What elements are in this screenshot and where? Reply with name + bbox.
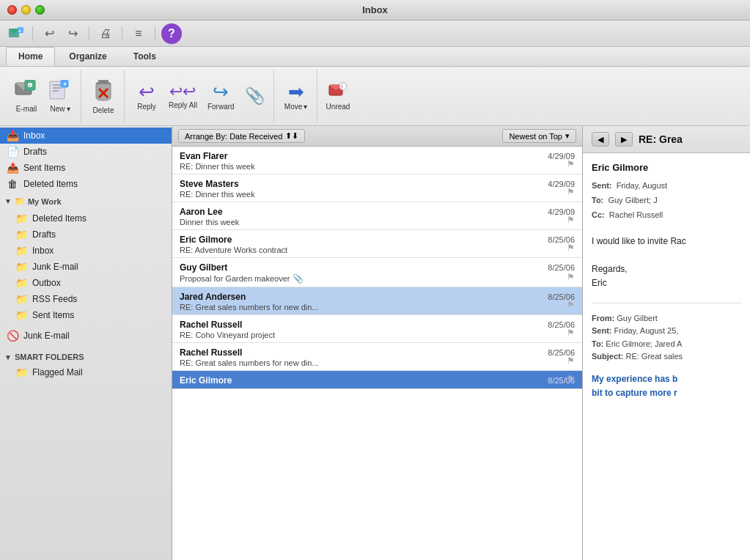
mywork-section: 📁 Deleted Items 📁 Drafts 📁 Inbox 📁 Junk …: [0, 209, 172, 325]
flagged-icon: 📁: [15, 366, 28, 378]
email-item[interactable]: Steve Masters 4/29/09 RE: Dinner this we…: [172, 174, 582, 202]
unread-ribbon-btn[interactable]: ! Unread: [323, 81, 353, 112]
sidebar-item-mw-junk[interactable]: 📁 Junk E-mail: [0, 259, 172, 275]
sidebar-item-mw-deleted[interactable]: 📁 Deleted Items: [0, 210, 172, 226]
tab-home[interactable]: Home: [6, 47, 55, 66]
sidebar-item-inbox[interactable]: 📥 Inbox: [0, 128, 172, 144]
delete-items: Delete: [87, 71, 120, 121]
delete-icon: [92, 78, 115, 105]
reply-ribbon-btn[interactable]: ↩ Reply: [130, 81, 163, 112]
view-button[interactable]: ≡: [128, 23, 149, 44]
sidebar-item-flagged[interactable]: 📁 Flagged Mail: [0, 364, 172, 380]
sidebar-item-mw-rss[interactable]: 📁 RSS Feeds: [0, 291, 172, 307]
junk-label: Junk E-mail: [23, 331, 70, 341]
sort-order-button[interactable]: Newest on Top ▾: [502, 129, 576, 143]
preview-header: ◀ ▶ RE: Grea: [583, 126, 750, 153]
help-button[interactable]: ?: [161, 23, 182, 44]
flag-icon: ⚑: [567, 159, 575, 169]
email-ribbon-btn[interactable]: + E-mail: [10, 78, 43, 114]
email-item[interactable]: Rachel Russell 8/25/06 RE: Coho Vineyard…: [172, 315, 582, 343]
print-button[interactable]: 🖨: [95, 23, 116, 44]
email-item[interactable]: Rachel Russell 8/25/06 RE: Great sales n…: [172, 343, 582, 371]
main-layout: 📥 Inbox 📄 Drafts 📤 Sent Items 🗑 Deleted …: [0, 126, 750, 560]
arrange-by-label: Arrange By: Date Received: [185, 132, 282, 141]
new-icon: +: [48, 80, 72, 103]
email-item[interactable]: Eric Gilmore 8/25/06 RE: Adventure Works…: [172, 230, 582, 258]
tab-tools[interactable]: Tools: [121, 47, 169, 66]
preview-body: I would like to invite Rac Regards, Eric: [583, 229, 750, 297]
email-new-group: + E-mail +: [6, 70, 81, 122]
prev-message-button[interactable]: ◀: [592, 132, 609, 147]
flag-icon: ⚑: [567, 300, 575, 310]
sidebar-item-mw-drafts[interactable]: 📁 Drafts: [0, 226, 172, 243]
move-ribbon-btn[interactable]: ➡ Move▾: [280, 81, 312, 112]
preview-quoted: From: Guy Gilbert Sent: Friday, August 2…: [583, 309, 750, 366]
svg-rect-10: [53, 84, 62, 86]
email-item[interactable]: Guy Gilbert 8/25/06 Proposal for Garden …: [172, 258, 582, 287]
sidebar-item-mw-outbox[interactable]: 📁 Outbox: [0, 275, 172, 291]
ribbon-content: + E-mail +: [0, 67, 750, 125]
sidebar-item-mw-inbox[interactable]: 📁 Inbox: [0, 243, 172, 259]
svg-rect-11: [53, 87, 62, 89]
minimize-button[interactable]: [21, 5, 31, 15]
tab-organize[interactable]: Organize: [56, 47, 119, 66]
maximize-button[interactable]: [35, 5, 45, 15]
preview-regards: Regards,: [592, 262, 741, 276]
email-new-items: + E-mail +: [10, 71, 76, 121]
compose-button[interactable]: +: [6, 23, 26, 44]
back-button[interactable]: ↩: [39, 23, 59, 44]
email-item[interactable]: Jared Andersen 8/25/06 RE: Great sales n…: [172, 287, 582, 315]
deleted-label: Deleted Items: [23, 179, 78, 189]
new-ribbon-btn[interactable]: + New▾: [44, 78, 76, 114]
attach-ribbon-btn[interactable]: 📎: [240, 86, 269, 106]
sidebar-item-drafts[interactable]: 📄 Drafts: [0, 144, 172, 160]
email-icon: +: [15, 80, 38, 103]
email-subject: Dinner this week: [180, 218, 575, 226]
sidebar-item-junk-email[interactable]: 🚫 Junk E-mail: [0, 328, 172, 344]
email-sender: Rachel Russell: [180, 347, 242, 358]
mywork-header[interactable]: ▼ 📁 My Work: [0, 194, 172, 209]
email-sender: Eric Gilmore: [180, 235, 232, 245]
move-label: Move▾: [284, 103, 307, 111]
flag-icon: ⚑: [567, 355, 575, 366]
forward-nav-button[interactable]: ↪: [62, 23, 83, 44]
ribbon: Home Organize Tools + E-mail: [0, 47, 750, 126]
mw-junk-label: Junk E-mail: [32, 262, 78, 272]
flag-icon: ⚑: [567, 187, 575, 197]
email-subject: RE: Great sales numbers for new din...: [180, 358, 575, 367]
forward-label: Forward: [207, 103, 235, 111]
arrange-by-button[interactable]: Arrange By: Date Received ⬆⬇: [178, 129, 305, 143]
sent-icon: 📤: [6, 162, 19, 174]
sidebar-item-sent[interactable]: 📤 Sent Items: [0, 160, 172, 176]
forward-icon: ↪: [213, 82, 229, 101]
email-sender: Eric Gilmore: [180, 375, 232, 386]
svg-text:+: +: [18, 29, 21, 34]
close-button[interactable]: [7, 5, 17, 15]
move-group: ➡ Move▾: [276, 70, 317, 122]
respond-items: ↩ Reply ↩↩ Reply All ↪ Forward 📎: [130, 71, 269, 121]
sidebar-item-deleted[interactable]: 🗑 Deleted Items: [0, 176, 172, 192]
drafts-icon: 📄: [6, 146, 19, 158]
email-list: Arrange By: Date Received ⬆⬇ Newest on T…: [172, 126, 583, 560]
sidebar-item-mw-sent[interactable]: 📁 Sent Items: [0, 307, 172, 323]
mw-inbox-label: Inbox: [32, 246, 54, 256]
email-item[interactable]: Evan Flarer 4/29/09 RE: Dinner this week…: [172, 147, 582, 174]
email-subject: RE: Adventure Works contract: [180, 246, 575, 254]
svg-text:!: !: [341, 84, 342, 89]
reply-all-ribbon-btn[interactable]: ↩↩ Reply All: [164, 82, 202, 111]
next-message-button[interactable]: ▶: [615, 132, 633, 147]
mw-rss-label: RSS Feeds: [32, 294, 77, 304]
subject-value: RE: Great sales: [625, 352, 683, 361]
forward-ribbon-btn[interactable]: ↪ Forward: [203, 81, 239, 112]
delete-ribbon-btn[interactable]: Delete: [87, 77, 120, 116]
svg-text:+: +: [29, 83, 32, 87]
email-item[interactable]: Eric Gilmore 8/25/06 ⚑: [172, 371, 582, 389]
mywork-chevron: ▼: [4, 197, 12, 205]
sep3: [122, 26, 122, 41]
sidebar: 📥 Inbox 📄 Drafts 📤 Sent Items 🗑 Deleted …: [0, 126, 172, 560]
email-items: Evan Flarer 4/29/09 RE: Dinner this week…: [172, 147, 582, 560]
email-item[interactable]: Aaron Lee 4/29/09 Dinner this week ⚑: [172, 202, 582, 230]
mywork-folder-icon: 📁: [15, 196, 25, 206]
from-sent-date: Friday, August 25,: [614, 326, 679, 335]
smart-folders-header[interactable]: ▼ SMART FOLDERS: [0, 350, 172, 364]
